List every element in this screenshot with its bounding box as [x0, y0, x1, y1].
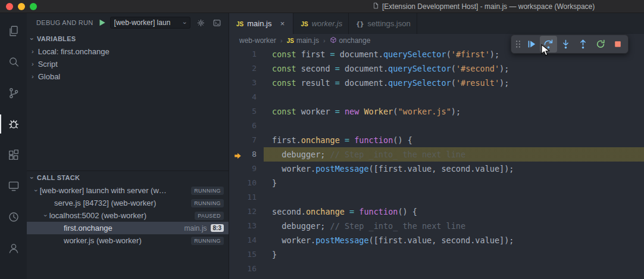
code-line-7[interactable]: 7first.onchange = function() { [229, 133, 644, 147]
call-stack-section-header[interactable]: › CALL STACK [27, 171, 229, 184]
code-line-9[interactable]: 9 worker.postMessage([first.value, secon… [229, 162, 644, 176]
code-text[interactable]: debugger; // Step _into_ the next line [272, 219, 644, 233]
line-number[interactable]: 3 [229, 76, 272, 90]
frame-status-badge: RUNNING [191, 187, 224, 195]
token: ); [490, 49, 499, 59]
run-and-debug-icon[interactable] [0, 108, 27, 140]
token: ([first.value, second.value]); [369, 164, 514, 173]
token: querySelector [388, 78, 451, 88]
call-stack-frame-4[interactable]: worker.js (web-worker)RUNNING [27, 234, 229, 247]
line-number[interactable]: 8 [229, 147, 272, 162]
code-text[interactable]: worker.postMessage([first.value, second.… [272, 233, 644, 247]
accounts-icon[interactable] [0, 232, 27, 264]
code-text[interactable] [272, 262, 644, 276]
code-text[interactable] [272, 90, 644, 104]
code-line-8[interactable]: 8 debugger; // Step _into_ the next line [229, 147, 644, 162]
code-text[interactable]: } [272, 247, 644, 262]
variables-section-header[interactable]: › VARIABLES [27, 32, 229, 45]
code-text[interactable]: const second = document.querySelector('#… [272, 61, 644, 76]
variables-section-title: VARIABLES [37, 35, 76, 42]
line-number[interactable]: 11 [229, 190, 272, 204]
tab-settings.json[interactable]: {}settings.json [349, 13, 417, 34]
close-tab-icon[interactable]: × [277, 19, 287, 28]
debug-console-panel-icon[interactable] [211, 17, 223, 29]
line-number[interactable]: 5 [229, 104, 272, 119]
line-number[interactable]: 16 [229, 262, 272, 276]
debug-config-dropdown[interactable]: [web-worker] laun › [110, 17, 190, 29]
breadcrumb-item-main.js[interactable]: JSmain.js [287, 36, 319, 45]
token: document. [340, 64, 388, 73]
call-stack-frame-3[interactable]: first.onchangemain.js8:3 [27, 222, 229, 234]
token: "worker.js" [398, 107, 451, 116]
token: debugger; [272, 150, 325, 159]
remote-explorer-icon[interactable] [0, 170, 27, 202]
step-over-button[interactable] [540, 36, 557, 52]
extensions-icon[interactable] [0, 140, 27, 170]
breadcrumb-separator-icon: › [323, 37, 326, 44]
token: ); [499, 64, 509, 73]
variables-item-0[interactable]: ›Local: first.onchange [27, 45, 229, 58]
code-text[interactable]: second.onchange = function() { [272, 204, 644, 219]
sidebar-title: DEBUG AND RUN [36, 19, 93, 26]
tab-main.js[interactable]: JSmain.js× [229, 13, 293, 34]
settings-gear-icon[interactable] [195, 17, 207, 29]
code-line-16[interactable]: 16 [229, 262, 644, 276]
line-number[interactable]: 6 [229, 119, 272, 133]
code-text[interactable]: first.onchange = function() { [272, 133, 644, 147]
code-line-12[interactable]: 12second.onchange = function() { [229, 204, 644, 219]
call-stack-frame-1[interactable]: serve.js [84732] (web-worker)RUNNING [27, 197, 229, 209]
code-text[interactable]: } [272, 176, 644, 190]
clock-icon[interactable] [0, 202, 27, 232]
code-text[interactable] [272, 119, 644, 133]
drag-grip-button[interactable] [513, 36, 523, 52]
line-number[interactable]: 13 [229, 219, 272, 233]
code-line-5[interactable]: 5const worker = new Worker("worker.js"); [229, 104, 644, 119]
line-number[interactable]: 1 [229, 47, 272, 61]
token: function [359, 207, 398, 216]
explorer-icon[interactable] [0, 16, 27, 46]
line-number[interactable]: 14 [229, 233, 272, 247]
close-window-button[interactable] [6, 3, 13, 10]
code-editor[interactable]: 1const first = document.querySelector('#… [229, 47, 644, 279]
code-line-13[interactable]: 13 debugger; // Step _into_ the next lin… [229, 219, 644, 233]
search-icon[interactable] [0, 46, 27, 78]
call-stack-frame-0[interactable]: ›[web-worker] launch with server (w…RUNN… [27, 184, 229, 197]
code-text[interactable]: const result = document.querySelector('#… [272, 76, 644, 90]
line-number[interactable]: 10 [229, 176, 272, 190]
code-line-4[interactable]: 4 [229, 90, 644, 104]
zoom-window-button[interactable] [30, 3, 37, 10]
line-number[interactable]: 9 [229, 162, 272, 176]
step-into-button[interactable] [557, 36, 574, 52]
minimize-window-button[interactable] [18, 3, 25, 10]
breadcrumb-item-web-worker[interactable]: web-worker [239, 36, 276, 45]
stop-button[interactable] [609, 36, 626, 52]
line-number[interactable]: 7 [229, 133, 272, 147]
code-text[interactable] [272, 190, 644, 204]
code-line-6[interactable]: 6 [229, 119, 644, 133]
code-line-11[interactable]: 11 [229, 190, 644, 204]
code-line-3[interactable]: 3const result = document.querySelector('… [229, 76, 644, 90]
call-stack-frame-2[interactable]: ›localhost:5002 (web-worker)PAUSED [27, 209, 229, 222]
variables-item-1[interactable]: ›Script [27, 58, 229, 70]
line-number[interactable]: 15 [229, 247, 272, 262]
restart-button[interactable] [592, 36, 609, 52]
line-number[interactable]: 4 [229, 90, 272, 104]
step-out-button[interactable] [574, 36, 592, 52]
line-number[interactable]: 2 [229, 61, 272, 76]
start-debugging-button[interactable] [98, 18, 106, 27]
breadcrumb-item-onchange[interactable]: onchange [330, 36, 371, 45]
code-text[interactable]: debugger; // Step _into_ the next line [272, 147, 644, 162]
code-line-15[interactable]: 15} [229, 247, 644, 262]
source-control-icon[interactable] [0, 78, 27, 108]
code-line-2[interactable]: 2const second = document.querySelector('… [229, 61, 644, 76]
code-text[interactable]: const worker = new Worker("worker.js"); [272, 104, 644, 119]
line-number[interactable]: 12 [229, 204, 272, 219]
code-line-14[interactable]: 14 worker.postMessage([first.value, seco… [229, 233, 644, 247]
token: document. [340, 78, 388, 88]
code-line-10[interactable]: 10} [229, 176, 644, 190]
code-text[interactable]: worker.postMessage([first.value, second.… [272, 162, 644, 176]
tab-worker.js[interactable]: JSworker.js [293, 13, 349, 34]
variables-item-2[interactable]: ›Global [27, 70, 229, 83]
js-file-icon: JS [301, 19, 308, 28]
continue-button[interactable] [523, 36, 540, 52]
